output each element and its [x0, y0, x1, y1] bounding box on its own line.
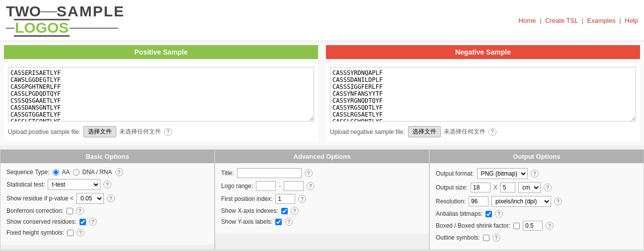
positive-upload-btn[interactable]: 选择文件	[83, 126, 116, 137]
resolution-label: Resolution:	[436, 198, 466, 205]
outline-help-icon[interactable]: ?	[492, 234, 500, 242]
yaxis-help-icon[interactable]: ?	[285, 218, 293, 226]
outline-label: Outline symbols:	[436, 234, 480, 241]
stat-test-label: Statistical test:	[6, 181, 45, 188]
nav-help[interactable]: Help	[625, 17, 638, 24]
aa-label: AA	[62, 169, 70, 176]
yaxis-checkbox[interactable]	[275, 219, 282, 225]
basic-options-panel: Basic Options Sequence Type: AA DNA / RN…	[0, 149, 215, 250]
advanced-options-body: Title: ? Logo range: - ? First position …	[215, 163, 429, 234]
negative-upload-help-icon[interactable]: ?	[488, 128, 496, 136]
size-h-input[interactable]	[500, 183, 515, 192]
positive-upload-help-icon[interactable]: ?	[164, 128, 172, 136]
samples-row: Positive Sample CASSERISAETLYF CAWSLGGDE…	[0, 41, 644, 145]
positive-upload-label: Upload positive sample file:	[8, 128, 80, 135]
positive-no-file: 未选择任何文件	[119, 127, 161, 136]
logo-dash2: ─	[6, 22, 14, 34]
first-pos-help-icon[interactable]: ?	[298, 195, 306, 203]
logo-range-from[interactable]	[256, 181, 276, 191]
output-options-header: Output Options	[430, 150, 644, 163]
title-row: Title: ?	[221, 168, 423, 178]
negative-upload-btn[interactable]: 选择文件	[408, 126, 441, 137]
format-select[interactable]: PNG (bitmap) EPS (vector) PDF (vector) S…	[477, 168, 528, 179]
logo-two: TWO	[6, 4, 41, 19]
fixed-height-row: Fixed height symbols: ?	[6, 229, 208, 237]
header: TWO ── SAMPLE ─ LOGOS ────── Home | Crea…	[0, 0, 644, 41]
stat-test-help-icon[interactable]: ?	[103, 181, 111, 188]
output-options-body: Output format: PNG (bitmap) EPS (vector)…	[430, 163, 644, 250]
logo: TWO ── SAMPLE ─ LOGOS ──────	[6, 4, 125, 37]
antialias-checkbox[interactable]	[485, 211, 492, 217]
logo-range-to[interactable]	[284, 181, 304, 191]
bonferroni-row: Bonferroni correction: ?	[6, 207, 208, 215]
boxed-row: Boxed / Boxed shrink factor: ?	[436, 221, 638, 231]
negative-no-file: 未选择任何文件	[444, 127, 485, 136]
outline-checkbox[interactable]	[483, 235, 489, 241]
dna-radio[interactable]	[73, 169, 80, 176]
boxed-label: Boxed / Boxed shrink factor:	[436, 222, 510, 229]
resolution-input[interactable]	[469, 196, 488, 206]
xaxis-row: Show X-axis indexes: ?	[221, 207, 423, 215]
yaxis-row: Show Y-axis labels: ?	[221, 218, 423, 226]
aa-radio[interactable]	[53, 169, 59, 176]
conserved-checkbox[interactable]	[80, 219, 86, 225]
basic-options-header: Basic Options	[0, 150, 214, 163]
advanced-options-panel: Advanced Options Title: ? Logo range: - …	[215, 149, 429, 250]
fixed-height-label: Fixed height symbols:	[6, 229, 64, 236]
resolution-row: Resolution: pixels/inch (dpi) ?	[436, 196, 638, 207]
boxed-help-icon[interactable]: ?	[546, 222, 554, 230]
first-pos-input[interactable]	[275, 194, 295, 204]
negative-sequence-input[interactable]: CASSSYRDNQAPLF CASSSDANILDPLF CASSSIGGFE…	[330, 67, 636, 122]
yaxis-label: Show Y-axis labels:	[221, 218, 272, 225]
basic-options-body: Sequence Type: AA DNA / RNA ? Statistica…	[0, 163, 214, 245]
positive-sample-header: Positive Sample	[4, 45, 318, 59]
bonferroni-checkbox[interactable]	[67, 208, 73, 214]
bonferroni-help-icon[interactable]: ?	[76, 207, 84, 215]
stat-test-row: Statistical test: t-test Mann-Whitney Ch…	[6, 179, 208, 190]
output-options-panel: Output Options Output format: PNG (bitma…	[429, 149, 644, 250]
logo-range-help-icon[interactable]: ?	[307, 182, 315, 190]
title-input[interactable]	[237, 168, 302, 178]
conserved-help-icon[interactable]: ?	[89, 218, 97, 226]
stat-test-select[interactable]: t-test Mann-Whitney Chi-squared	[48, 179, 100, 190]
xaxis-checkbox[interactable]	[281, 208, 288, 214]
positive-sequence-input[interactable]: CASSERISAETLYF CAWSLGGDEGTLYF CASGPGHTNE…	[8, 67, 314, 122]
antialias-help-icon[interactable]: ?	[495, 210, 503, 218]
format-label: Output format:	[436, 170, 474, 177]
xaxis-help-icon[interactable]: ?	[291, 207, 299, 215]
first-pos-row: First position index: ?	[221, 194, 423, 204]
logo-sample: SAMPLE	[57, 4, 125, 19]
resolution-help-icon[interactable]: ?	[554, 197, 562, 205]
nav-home[interactable]: Home	[519, 17, 536, 24]
resolution-unit-select[interactable]: pixels/inch (dpi)	[491, 196, 551, 207]
fixed-height-help-icon[interactable]: ?	[77, 229, 84, 237]
title-help-icon[interactable]: ?	[305, 169, 313, 177]
advanced-options-header: Advanced Options	[215, 150, 429, 163]
nav-create-tsl[interactable]: Create TSL	[545, 17, 578, 24]
antialias-label: Antialias bitmaps:	[436, 210, 483, 217]
boxed-checkbox[interactable]	[513, 223, 520, 229]
conserved-label: Show conserved residues:	[6, 218, 77, 225]
sequence-type-label: Sequence Type:	[6, 169, 50, 176]
format-help-icon[interactable]: ?	[531, 170, 539, 178]
format-row: Output format: PNG (bitmap) EPS (vector)…	[436, 168, 638, 179]
nav-examples[interactable]: Examples	[587, 17, 616, 24]
fixed-height-checkbox[interactable]	[67, 230, 74, 236]
pvalue-select[interactable]: 0.05 0.01 0.1 1	[77, 193, 104, 204]
size-w-input[interactable]	[471, 183, 490, 192]
first-pos-label: First position index:	[221, 195, 272, 202]
title-label: Title:	[221, 170, 234, 177]
negative-sample-inner: CASSSYRDNQAPLF CASSSDANILDPLF CASSSIGGFE…	[326, 63, 640, 141]
size-help-icon[interactable]: ?	[544, 184, 552, 191]
positive-sample-section: Positive Sample CASSERISAETLYF CAWSLGGDE…	[0, 41, 322, 145]
pvalue-label: Show residue if p-value <	[6, 195, 74, 202]
seqtype-help-icon[interactable]: ?	[115, 168, 123, 176]
xaxis-label: Show X-axis indexes:	[221, 207, 278, 214]
pvalue-help-icon[interactable]: ?	[107, 194, 115, 202]
dna-label: DNA / RNA	[82, 169, 112, 176]
logo-dash3: ──────	[70, 22, 117, 34]
size-unit-select[interactable]: cm inch	[518, 182, 541, 193]
antialias-row: Antialias bitmaps: ?	[436, 210, 638, 218]
logo-dash1: ──	[41, 5, 57, 17]
boxed-value-input[interactable]	[523, 221, 543, 231]
